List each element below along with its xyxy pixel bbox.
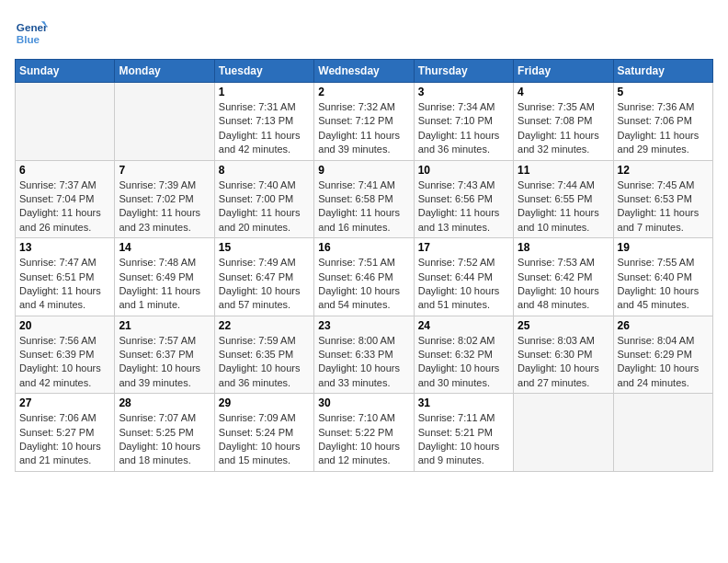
calendar-cell: 19Sunrise: 7:55 AMSunset: 6:40 PMDayligh… [613, 238, 712, 316]
calendar-cell: 3Sunrise: 7:34 AMSunset: 7:10 PMDaylight… [414, 83, 513, 161]
calendar-cell: 22Sunrise: 7:59 AMSunset: 6:35 PMDayligh… [214, 316, 313, 394]
calendar-cell: 15Sunrise: 7:49 AMSunset: 6:47 PMDayligh… [214, 238, 313, 316]
calendar-cell: 8Sunrise: 7:40 AMSunset: 7:00 PMDaylight… [214, 160, 313, 238]
weekday-header-wednesday: Wednesday [314, 60, 414, 83]
calendar-cell: 18Sunrise: 7:53 AMSunset: 6:42 PMDayligh… [514, 238, 613, 316]
day-number: 11 [518, 164, 609, 177]
day-info: Sunrise: 7:10 AMSunset: 5:22 PMDaylight:… [318, 411, 409, 468]
day-info: Sunrise: 8:02 AMSunset: 6:32 PMDaylight:… [418, 334, 509, 391]
calendar-cell: 24Sunrise: 8:02 AMSunset: 6:32 PMDayligh… [414, 316, 513, 394]
day-number: 28 [119, 396, 210, 409]
calendar-week-row: 1Sunrise: 7:31 AMSunset: 7:13 PMDaylight… [16, 83, 713, 161]
day-info: Sunrise: 7:43 AMSunset: 6:56 PMDaylight:… [418, 178, 509, 236]
logo: General Blue [15, 15, 48, 48]
calendar-cell: 4Sunrise: 7:35 AMSunset: 7:08 PMDaylight… [514, 83, 613, 161]
weekday-header-thursday: Thursday [414, 60, 513, 83]
calendar-cell: 20Sunrise: 7:56 AMSunset: 6:39 PMDayligh… [16, 316, 115, 394]
calendar-cell: 26Sunrise: 8:04 AMSunset: 6:29 PMDayligh… [613, 316, 712, 394]
calendar-week-row: 27Sunrise: 7:06 AMSunset: 5:27 PMDayligh… [16, 394, 713, 472]
day-info: Sunrise: 7:36 AMSunset: 7:06 PMDaylight:… [618, 100, 709, 157]
day-info: Sunrise: 7:11 AMSunset: 5:21 PMDaylight:… [418, 411, 509, 468]
calendar-week-row: 20Sunrise: 7:56 AMSunset: 6:39 PMDayligh… [16, 316, 713, 394]
day-info: Sunrise: 7:59 AMSunset: 6:35 PMDaylight:… [219, 334, 310, 391]
logo-icon: General Blue [15, 15, 48, 48]
day-number: 12 [618, 164, 709, 177]
weekday-header-monday: Monday [115, 60, 214, 83]
calendar-cell [613, 394, 712, 472]
calendar-cell: 17Sunrise: 7:52 AMSunset: 6:44 PMDayligh… [414, 238, 513, 316]
day-number: 22 [219, 319, 310, 332]
day-number: 1 [219, 86, 310, 98]
day-number: 31 [418, 396, 509, 409]
svg-text:Blue: Blue [17, 33, 40, 45]
calendar-week-row: 6Sunrise: 7:37 AMSunset: 7:04 PMDaylight… [16, 160, 713, 238]
calendar-body: 1Sunrise: 7:31 AMSunset: 7:13 PMDaylight… [16, 83, 713, 472]
calendar-cell: 23Sunrise: 8:00 AMSunset: 6:33 PMDayligh… [314, 316, 414, 394]
day-info: Sunrise: 7:39 AMSunset: 7:02 PMDaylight:… [119, 178, 210, 236]
day-info: Sunrise: 7:09 AMSunset: 5:24 PMDaylight:… [219, 411, 310, 468]
day-number: 13 [19, 241, 110, 254]
day-number: 26 [618, 319, 709, 332]
page-header: General Blue [15, 15, 713, 48]
calendar-cell: 14Sunrise: 7:48 AMSunset: 6:49 PMDayligh… [115, 238, 214, 316]
calendar-cell [115, 83, 214, 161]
day-number: 4 [518, 86, 609, 98]
weekday-header-friday: Friday [514, 60, 613, 83]
day-number: 25 [518, 319, 609, 332]
day-info: Sunrise: 8:00 AMSunset: 6:33 PMDaylight:… [318, 334, 409, 391]
day-number: 20 [19, 319, 110, 332]
day-info: Sunrise: 7:45 AMSunset: 6:53 PMDaylight:… [618, 178, 709, 236]
weekday-header-tuesday: Tuesday [214, 60, 313, 83]
day-info: Sunrise: 7:35 AMSunset: 7:08 PMDaylight:… [518, 100, 609, 157]
day-info: Sunrise: 7:37 AMSunset: 7:04 PMDaylight:… [19, 178, 110, 236]
day-number: 24 [418, 319, 509, 332]
day-info: Sunrise: 7:55 AMSunset: 6:40 PMDaylight:… [618, 256, 709, 313]
day-number: 30 [318, 396, 409, 409]
calendar-cell: 10Sunrise: 7:43 AMSunset: 6:56 PMDayligh… [414, 160, 513, 238]
calendar-cell: 5Sunrise: 7:36 AMSunset: 7:06 PMDaylight… [613, 83, 712, 161]
calendar-cell: 12Sunrise: 7:45 AMSunset: 6:53 PMDayligh… [613, 160, 712, 238]
day-number: 27 [19, 396, 110, 409]
calendar-cell: 27Sunrise: 7:06 AMSunset: 5:27 PMDayligh… [16, 394, 115, 472]
calendar-cell: 9Sunrise: 7:41 AMSunset: 6:58 PMDaylight… [314, 160, 414, 238]
calendar-cell [514, 394, 613, 472]
weekday-header-sunday: Sunday [16, 60, 115, 83]
day-info: Sunrise: 7:51 AMSunset: 6:46 PMDaylight:… [318, 256, 409, 313]
calendar-cell: 6Sunrise: 7:37 AMSunset: 7:04 PMDaylight… [16, 160, 115, 238]
day-info: Sunrise: 7:06 AMSunset: 5:27 PMDaylight:… [19, 411, 110, 468]
day-number: 23 [318, 319, 409, 332]
day-info: Sunrise: 7:41 AMSunset: 6:58 PMDaylight:… [318, 178, 409, 236]
day-info: Sunrise: 7:34 AMSunset: 7:10 PMDaylight:… [418, 100, 509, 157]
day-number: 9 [318, 164, 409, 177]
day-info: Sunrise: 7:52 AMSunset: 6:44 PMDaylight:… [418, 256, 509, 313]
day-number: 7 [119, 164, 210, 177]
day-number: 3 [418, 86, 509, 98]
day-number: 14 [119, 241, 210, 254]
calendar-cell: 13Sunrise: 7:47 AMSunset: 6:51 PMDayligh… [16, 238, 115, 316]
calendar-cell: 7Sunrise: 7:39 AMSunset: 7:02 PMDaylight… [115, 160, 214, 238]
calendar-cell: 21Sunrise: 7:57 AMSunset: 6:37 PMDayligh… [115, 316, 214, 394]
day-number: 17 [418, 241, 509, 254]
calendar-cell: 1Sunrise: 7:31 AMSunset: 7:13 PMDaylight… [214, 83, 313, 161]
day-info: Sunrise: 7:53 AMSunset: 6:42 PMDaylight:… [518, 256, 609, 313]
day-number: 15 [219, 241, 310, 254]
day-info: Sunrise: 7:32 AMSunset: 7:12 PMDaylight:… [318, 100, 409, 157]
day-info: Sunrise: 7:47 AMSunset: 6:51 PMDaylight:… [19, 256, 110, 313]
calendar-cell: 30Sunrise: 7:10 AMSunset: 5:22 PMDayligh… [314, 394, 414, 472]
weekday-header-saturday: Saturday [613, 60, 712, 83]
day-number: 10 [418, 164, 509, 177]
calendar-cell: 28Sunrise: 7:07 AMSunset: 5:25 PMDayligh… [115, 394, 214, 472]
calendar-table: SundayMondayTuesdayWednesdayThursdayFrid… [15, 59, 713, 472]
calendar-cell: 29Sunrise: 7:09 AMSunset: 5:24 PMDayligh… [214, 394, 313, 472]
day-info: Sunrise: 7:44 AMSunset: 6:55 PMDaylight:… [518, 178, 609, 236]
day-number: 19 [618, 241, 709, 254]
calendar-cell [16, 83, 115, 161]
day-number: 2 [318, 86, 409, 98]
calendar-cell: 11Sunrise: 7:44 AMSunset: 6:55 PMDayligh… [514, 160, 613, 238]
day-info: Sunrise: 8:04 AMSunset: 6:29 PMDaylight:… [618, 334, 709, 391]
calendar-cell: 31Sunrise: 7:11 AMSunset: 5:21 PMDayligh… [414, 394, 513, 472]
day-number: 18 [518, 241, 609, 254]
day-number: 21 [119, 319, 210, 332]
day-info: Sunrise: 7:49 AMSunset: 6:47 PMDaylight:… [219, 256, 310, 313]
day-number: 6 [19, 164, 110, 177]
